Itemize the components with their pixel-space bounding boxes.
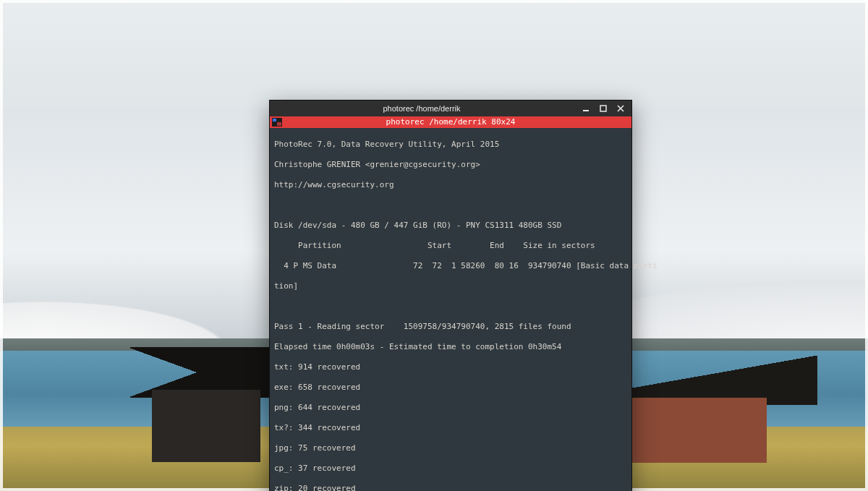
- term-line: 4 P MS Data 72 72 1 58260 80 16 93479074…: [274, 261, 627, 271]
- term-line: zip: 20 recovered: [274, 484, 627, 491]
- close-icon: [617, 105, 624, 112]
- term-line: exe: 658 recovered: [274, 383, 627, 393]
- maximize-icon: [600, 105, 607, 112]
- terminal-tab-title: photorec /home/derrik 80x24: [286, 116, 631, 128]
- svg-rect-1: [600, 106, 606, 111]
- term-line: Elapsed time 0h00m03s - Estimated time t…: [274, 342, 627, 352]
- term-line: jpg: 75 recovered: [274, 443, 627, 453]
- term-line: Christophe GRENIER <grenier@cgsecurity.o…: [274, 160, 627, 170]
- term-line: png: 644 recovered: [274, 403, 627, 413]
- window-titlebar[interactable]: photorec /home/derrik: [270, 101, 631, 116]
- svg-rect-0: [583, 110, 589, 111]
- svg-rect-3: [273, 119, 276, 121]
- term-line: Partition Start End Size in sectors: [274, 241, 627, 251]
- window-controls: [574, 102, 631, 115]
- window-title: photorec /home/derrik: [270, 101, 574, 116]
- term-line: PhotoRec 7.0, Data Recovery Utility, Apr…: [274, 140, 627, 150]
- term-line: cp_: 37 recovered: [274, 464, 627, 474]
- term-line: txt: 914 recovered: [274, 362, 627, 372]
- term-line: http://www.cgsecurity.org: [274, 180, 627, 190]
- svg-rect-4: [277, 122, 281, 126]
- maximize-button[interactable]: [595, 102, 611, 115]
- term-line: tx?: 344 recovered: [274, 423, 627, 433]
- terminal-tab-bar: photorec /home/derrik 80x24: [270, 116, 631, 128]
- terminal-output[interactable]: PhotoRec 7.0, Data Recovery Utility, Apr…: [270, 128, 631, 491]
- minimize-button[interactable]: [578, 102, 594, 115]
- terminal-window: photorec /home/derrik: [269, 100, 632, 491]
- minimize-icon: [582, 105, 590, 112]
- close-button[interactable]: [613, 102, 629, 115]
- term-line: Disk /dev/sda - 480 GB / 447 GiB (RO) - …: [274, 221, 627, 231]
- terminal-app-icon: [271, 117, 283, 127]
- term-line: [274, 302, 627, 312]
- term-line: Pass 1 - Reading sector 1509758/93479074…: [274, 322, 627, 332]
- term-line: [274, 200, 627, 210]
- term-line: tion]: [274, 281, 627, 291]
